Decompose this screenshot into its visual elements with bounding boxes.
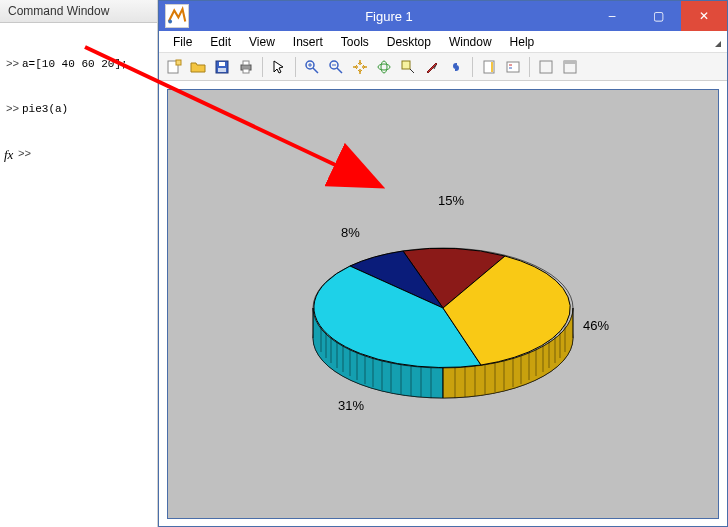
pan-icon[interactable] [349, 56, 371, 78]
link-icon[interactable] [445, 56, 467, 78]
figure-window: Figure 1 – ▢ ✕ File Edit View Insert Too… [158, 0, 728, 527]
maximize-button[interactable]: ▢ [635, 1, 681, 31]
pie-label-46: 46% [583, 318, 609, 333]
prompt: >> [18, 147, 31, 162]
command-window-title: Command Window [0, 0, 157, 23]
pie-label-15: 15% [438, 193, 464, 208]
hide-tools-icon[interactable] [535, 56, 557, 78]
toolbar-separator [295, 57, 296, 77]
show-tools-icon[interactable] [559, 56, 581, 78]
titlebar[interactable]: Figure 1 – ▢ ✕ [159, 1, 727, 31]
svg-rect-4 [219, 62, 225, 66]
command-line: >>a=[10 40 60 20]; [4, 57, 153, 72]
data-cursor-icon[interactable] [397, 56, 419, 78]
toolbar-separator [529, 57, 530, 77]
brush-icon[interactable] [421, 56, 443, 78]
prompt: >> [6, 102, 19, 117]
svg-line-19 [410, 69, 414, 73]
svg-point-0 [168, 20, 172, 24]
svg-rect-22 [507, 62, 519, 72]
menubar: File Edit View Insert Tools Desktop Wind… [159, 31, 727, 53]
menu-desktop[interactable]: Desktop [379, 33, 439, 51]
figure-title: Figure 1 [189, 9, 589, 24]
menu-view[interactable]: View [241, 33, 283, 51]
minimize-button[interactable]: – [589, 1, 635, 31]
svg-rect-18 [402, 61, 410, 69]
menu-insert[interactable]: Insert [285, 33, 331, 51]
command-window: Command Window >>a=[10 40 60 20]; >>pie3… [0, 0, 158, 527]
svg-line-10 [313, 68, 318, 73]
svg-point-17 [381, 61, 387, 73]
menu-help[interactable]: Help [502, 33, 543, 51]
figure-canvas[interactable]: 15% 8% 31% 46% [167, 89, 719, 519]
command-text: a=[10 40 60 20]; [22, 58, 128, 70]
toolbar-separator [472, 57, 473, 77]
zoom-in-icon[interactable] [301, 56, 323, 78]
toolbar [159, 53, 727, 81]
close-button[interactable]: ✕ [681, 1, 727, 31]
pie3-chart: 15% 8% 31% 46% [273, 183, 613, 446]
toolbar-separator [262, 57, 263, 77]
menu-tools[interactable]: Tools [333, 33, 377, 51]
svg-rect-5 [218, 68, 226, 72]
command-line: >>pie3(a) [4, 102, 153, 117]
window-buttons: – ▢ ✕ [589, 1, 727, 31]
menu-edit[interactable]: Edit [202, 33, 239, 51]
svg-rect-21 [491, 62, 493, 72]
save-icon[interactable] [211, 56, 233, 78]
svg-rect-27 [564, 61, 576, 64]
pointer-icon[interactable] [268, 56, 290, 78]
svg-rect-8 [243, 69, 249, 73]
zoom-out-icon[interactable] [325, 56, 347, 78]
menu-file[interactable]: File [165, 33, 200, 51]
rotate-3d-icon[interactable] [373, 56, 395, 78]
menu-window[interactable]: Window [441, 33, 500, 51]
pie-label-31: 31% [338, 398, 364, 413]
svg-rect-7 [243, 61, 249, 65]
new-figure-icon[interactable] [163, 56, 185, 78]
colorbar-icon[interactable] [478, 56, 500, 78]
svg-line-14 [337, 68, 342, 73]
command-window-body[interactable]: >>a=[10 40 60 20]; >>pie3(a) fx>> [0, 23, 157, 181]
matlab-icon [165, 4, 189, 28]
prompt: >> [6, 57, 19, 72]
fx-icon[interactable]: fx [4, 147, 13, 162]
dock-corner-icon[interactable] [711, 37, 721, 47]
legend-icon[interactable] [502, 56, 524, 78]
svg-rect-2 [176, 60, 181, 65]
command-text: pie3(a) [22, 103, 68, 115]
svg-rect-25 [540, 61, 552, 73]
print-icon[interactable] [235, 56, 257, 78]
pie-label-8: 8% [341, 225, 360, 240]
svg-point-16 [378, 64, 390, 70]
open-icon[interactable] [187, 56, 209, 78]
